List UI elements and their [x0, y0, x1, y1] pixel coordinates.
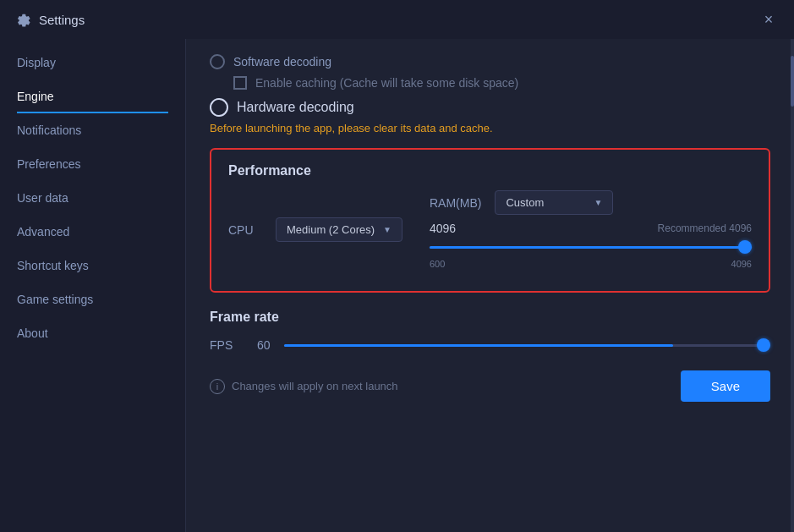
- info-icon: i: [210, 379, 225, 394]
- sidebar-item-about[interactable]: About: [0, 316, 185, 350]
- sidebar-item-user-data[interactable]: User data: [0, 181, 185, 215]
- footer-info: i Changes will apply on next launch: [210, 379, 398, 394]
- fps-row: FPS 60: [210, 337, 770, 354]
- footer-info-text: Changes will apply on next launch: [232, 380, 398, 392]
- warning-text: Before launching the app, please clear i…: [210, 122, 770, 134]
- cpu-dropdown-arrow: ▼: [383, 225, 392, 234]
- framerate-section: Frame rate FPS 60: [210, 310, 770, 354]
- gear-icon: [14, 11, 30, 28]
- ram-dropdown-text: Custom: [506, 196, 587, 209]
- sidebar-label-notifications: Notifications: [17, 123, 81, 137]
- sidebar-label-engine: Engine: [17, 90, 54, 103]
- sidebar-item-shortcut-keys[interactable]: Shortcut keys: [0, 249, 185, 282]
- sidebar-label-user-data: User data: [17, 191, 68, 205]
- ram-dropdown-arrow: ▼: [594, 198, 603, 207]
- hardware-decoding-label: Hardware decoding: [237, 100, 354, 115]
- close-button[interactable]: ×: [757, 8, 780, 31]
- perf-row: CPU Medium (2 Cores) ▼ RAM(MB) Custom ▼: [228, 190, 752, 269]
- ram-slider-track: [430, 246, 752, 249]
- sidebar: Display Engine Notifications Preferences…: [0, 39, 186, 532]
- software-decoding-row: Software decoding: [210, 54, 770, 69]
- titlebar: Settings ×: [0, 0, 794, 39]
- sidebar-label-preferences: Preferences: [17, 157, 80, 171]
- sidebar-label-shortcut-keys: Shortcut keys: [17, 259, 89, 272]
- ram-slider-min: 600: [430, 259, 445, 269]
- fps-label: FPS: [210, 338, 244, 352]
- sidebar-item-preferences[interactable]: Preferences: [0, 147, 185, 181]
- sidebar-item-display[interactable]: Display: [0, 46, 185, 80]
- performance-box: Performance CPU Medium (2 Cores) ▼ RAM(M…: [210, 148, 770, 293]
- framerate-title: Frame rate: [210, 310, 770, 325]
- settings-window: Settings × Display Engine Notifications …: [0, 0, 794, 532]
- ram-slider-container: [430, 239, 752, 255]
- decoding-section: Software decoding Enable caching (Cache …: [210, 54, 770, 134]
- ram-slider-labels: 600 4096: [430, 259, 752, 269]
- software-decoding-label: Software decoding: [233, 55, 331, 69]
- fps-value: 60: [257, 338, 271, 352]
- scrollbar[interactable]: [791, 39, 794, 532]
- ram-dropdown[interactable]: Custom ▼: [495, 190, 613, 215]
- sidebar-label-display: Display: [17, 56, 56, 69]
- scrollbar-thumb: [791, 56, 794, 107]
- cpu-dropdown-text: Medium (2 Cores): [287, 223, 376, 236]
- enable-caching-row: Enable caching (Cache will take some dis…: [233, 76, 770, 90]
- ram-section: RAM(MB) Custom ▼ 4096 Recommended 4096: [430, 190, 752, 269]
- sidebar-item-advanced[interactable]: Advanced: [0, 215, 185, 249]
- software-decoding-radio[interactable]: [210, 54, 225, 69]
- performance-title: Performance: [228, 163, 752, 178]
- content-area: Display Engine Notifications Preferences…: [0, 39, 794, 532]
- sidebar-label-game-settings: Game settings: [17, 293, 93, 306]
- ram-value-row: 4096 Recommended 4096: [430, 222, 752, 235]
- fps-slider-container: [284, 337, 770, 354]
- ram-label: RAM(MB): [430, 196, 481, 210]
- main-panel: Software decoding Enable caching (Cache …: [186, 39, 794, 532]
- sidebar-item-game-settings[interactable]: Game settings: [0, 282, 185, 316]
- save-button[interactable]: Save: [681, 370, 770, 402]
- sidebar-label-about: About: [17, 326, 48, 340]
- cpu-label: CPU: [228, 223, 262, 237]
- hardware-decoding-radio[interactable]: [210, 98, 228, 117]
- hardware-decoding-row: Hardware decoding: [210, 98, 770, 117]
- sidebar-item-engine[interactable]: Engine: [0, 80, 185, 113]
- ram-slider-fill: [430, 246, 752, 249]
- ram-slider-max: 4096: [731, 259, 752, 269]
- ram-value: 4096: [430, 222, 456, 235]
- cpu-dropdown[interactable]: Medium (2 Cores) ▼: [276, 217, 402, 242]
- fps-slider-thumb[interactable]: [757, 338, 770, 352]
- sidebar-label-advanced: Advanced: [17, 225, 69, 239]
- enable-caching-label: Enable caching (Cache will take some dis…: [255, 76, 518, 90]
- footer: i Changes will apply on next launch Save: [210, 370, 770, 402]
- fps-slider-track: [284, 344, 770, 347]
- ram-top: RAM(MB) Custom ▼: [430, 190, 752, 215]
- sidebar-item-notifications[interactable]: Notifications: [0, 113, 185, 147]
- window-title: Settings: [39, 13, 757, 27]
- ram-recommended: Recommended 4096: [658, 222, 752, 234]
- fps-slider-fill: [284, 344, 673, 347]
- enable-caching-note: (Cache will take some disk space): [340, 76, 519, 90]
- ram-slider-thumb[interactable]: [738, 240, 752, 254]
- enable-caching-checkbox[interactable]: [233, 76, 247, 90]
